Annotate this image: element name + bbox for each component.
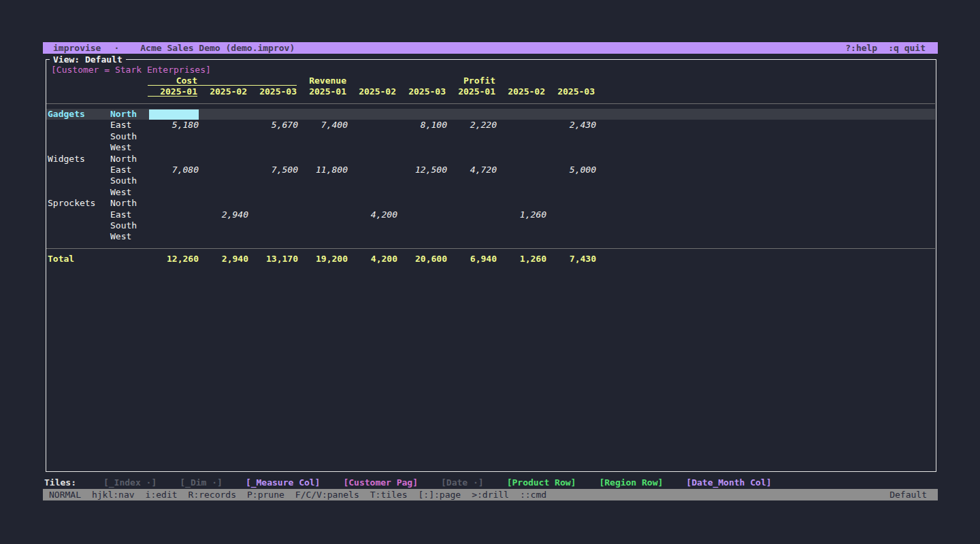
tile-date-month[interactable]: [Date_Month Col] xyxy=(686,477,771,488)
value-cell[interactable] xyxy=(149,131,199,142)
value-cell[interactable] xyxy=(447,209,497,220)
value-cell[interactable] xyxy=(298,187,348,198)
value-cell[interactable]: 7,080 xyxy=(149,165,199,175)
value-cell[interactable] xyxy=(248,187,298,198)
value-cell[interactable] xyxy=(348,231,397,242)
value-cell[interactable] xyxy=(447,154,497,165)
value-cell[interactable] xyxy=(248,142,298,153)
tile-index[interactable]: [_Index ·] xyxy=(103,477,157,488)
value-cell[interactable]: 11,800 xyxy=(298,165,348,175)
column-header[interactable]: 2025-02 xyxy=(346,86,396,97)
value-cell[interactable] xyxy=(397,209,447,220)
value-cell[interactable] xyxy=(199,142,248,153)
value-cell[interactable] xyxy=(199,187,248,198)
value-cell[interactable] xyxy=(348,131,397,142)
value-cell[interactable] xyxy=(298,175,348,186)
value-cell[interactable] xyxy=(149,187,199,198)
value-cell[interactable] xyxy=(447,142,497,153)
column-header[interactable]: 2025-02 xyxy=(495,86,545,97)
value-cell[interactable] xyxy=(546,109,596,120)
value-cell[interactable] xyxy=(149,198,199,209)
value-cell[interactable] xyxy=(248,231,298,242)
tile-product[interactable]: [Product Row] xyxy=(507,477,576,488)
value-cell[interactable] xyxy=(149,154,199,165)
value-cell[interactable] xyxy=(149,220,199,231)
tile-dim[interactable]: [_Dim ·] xyxy=(180,477,223,488)
value-cell[interactable] xyxy=(397,220,447,231)
measure-group[interactable]: Profit xyxy=(446,75,595,86)
value-cell[interactable] xyxy=(298,198,348,209)
value-cell[interactable] xyxy=(199,220,248,231)
value-cell[interactable] xyxy=(447,198,497,209)
column-header[interactable]: 2025-01 xyxy=(148,86,197,97)
value-cell[interactable] xyxy=(199,231,248,242)
value-cell[interactable] xyxy=(497,220,546,231)
value-cell[interactable]: 5,000 xyxy=(546,165,596,175)
value-cell[interactable] xyxy=(447,109,497,120)
value-cell[interactable] xyxy=(248,175,298,186)
value-cell[interactable] xyxy=(348,187,397,198)
filter-chip[interactable]: [Customer = Stark Enterprises] xyxy=(51,64,211,75)
value-cell[interactable] xyxy=(149,209,199,220)
value-cell[interactable] xyxy=(199,131,248,142)
value-cell[interactable] xyxy=(397,131,447,142)
value-cell[interactable] xyxy=(447,131,497,142)
value-cell[interactable]: 4,200 xyxy=(348,209,397,220)
value-cell[interactable] xyxy=(199,165,248,175)
value-cell[interactable]: 7,400 xyxy=(298,120,348,131)
value-cell[interactable] xyxy=(348,154,397,165)
column-header[interactable]: 2025-03 xyxy=(545,86,595,97)
value-cell[interactable] xyxy=(546,231,596,242)
value-cell[interactable] xyxy=(348,120,397,131)
value-cell[interactable] xyxy=(348,142,397,153)
value-cell[interactable] xyxy=(248,209,298,220)
value-cell[interactable]: 4,720 xyxy=(447,165,497,175)
value-cell[interactable] xyxy=(497,109,546,120)
value-cell[interactable] xyxy=(149,175,199,186)
column-header[interactable]: 2025-02 xyxy=(197,86,247,97)
value-cell[interactable] xyxy=(298,209,348,220)
value-cell[interactable] xyxy=(348,165,397,175)
value-cell[interactable] xyxy=(447,220,497,231)
value-cell[interactable] xyxy=(248,109,298,120)
column-header[interactable]: 2025-03 xyxy=(396,86,446,97)
value-cell[interactable] xyxy=(397,154,447,165)
value-cell[interactable] xyxy=(447,175,497,186)
value-cell[interactable] xyxy=(497,175,546,186)
value-cell[interactable] xyxy=(546,187,596,198)
value-cell[interactable] xyxy=(248,220,298,231)
value-cell[interactable] xyxy=(248,198,298,209)
value-cell[interactable] xyxy=(497,165,546,175)
value-cell[interactable] xyxy=(348,220,397,231)
tile-region[interactable]: [Region Row] xyxy=(599,477,663,488)
value-cell[interactable] xyxy=(497,154,546,165)
value-cell[interactable] xyxy=(546,131,596,142)
value-cell[interactable]: 7,500 xyxy=(248,165,298,175)
value-cell[interactable]: 2,940 xyxy=(199,209,248,220)
value-cell[interactable] xyxy=(397,175,447,186)
value-cell[interactable] xyxy=(199,154,248,165)
value-cell[interactable] xyxy=(298,131,348,142)
value-cell[interactable] xyxy=(298,142,348,153)
value-cell[interactable]: 8,100 xyxy=(397,120,447,131)
value-cell[interactable] xyxy=(497,231,546,242)
value-cell[interactable] xyxy=(497,120,546,131)
value-cell[interactable] xyxy=(397,231,447,242)
value-cell[interactable] xyxy=(546,209,596,220)
value-cell[interactable] xyxy=(546,142,596,153)
value-cell[interactable] xyxy=(248,131,298,142)
value-cell[interactable] xyxy=(149,231,199,242)
value-cell[interactable] xyxy=(348,175,397,186)
value-cell[interactable] xyxy=(397,187,447,198)
value-cell[interactable]: 2,430 xyxy=(546,120,596,131)
value-cell[interactable] xyxy=(298,154,348,165)
value-cell[interactable]: 12,500 xyxy=(397,165,447,175)
value-cell[interactable] xyxy=(199,175,248,186)
value-cell[interactable] xyxy=(546,220,596,231)
value-cell[interactable] xyxy=(497,198,546,209)
value-cell[interactable] xyxy=(348,109,397,120)
value-cell[interactable] xyxy=(348,198,397,209)
value-cell[interactable] xyxy=(199,109,248,120)
value-cell[interactable] xyxy=(546,198,596,209)
value-cell[interactable] xyxy=(497,131,546,142)
